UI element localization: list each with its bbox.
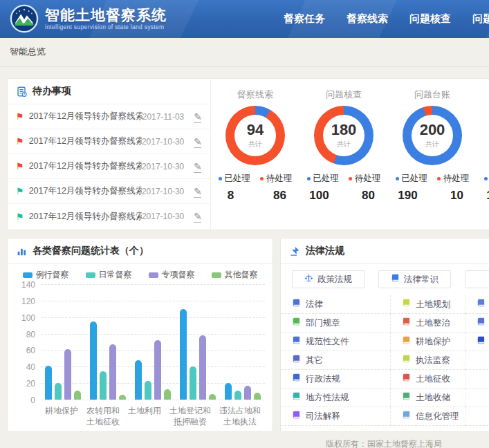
todo-item-date: 2017-10-30: [142, 137, 184, 147]
bar[interactable]: [244, 386, 251, 400]
bar[interactable]: [90, 321, 97, 400]
donut-ring: 94共计: [225, 106, 285, 165]
law-link-label: 土地收储: [416, 392, 450, 404]
donut-chart-title: 督察任务: [477, 88, 489, 101]
law-link[interactable]: 地方性法规: [281, 389, 391, 407]
legend-dot-icon: [484, 177, 488, 180]
law-tab-label: 法律常识: [404, 274, 439, 286]
bar[interactable]: [180, 309, 187, 400]
law-link[interactable]: [465, 333, 489, 351]
law-tab[interactable]: 政策法规: [292, 270, 365, 288]
book-icon: [402, 411, 411, 422]
edit-icon[interactable]: ✎: [194, 212, 202, 221]
bar[interactable]: [119, 395, 126, 400]
bar[interactable]: [254, 393, 261, 400]
bar[interactable]: [109, 344, 116, 400]
law-link[interactable]: 土地收储: [391, 389, 465, 407]
law-link[interactable]: 执法监察: [391, 351, 465, 370]
x-axis-label: 土地登记和 抵押融资: [169, 405, 211, 427]
law-link-label: 土地整治: [416, 317, 450, 329]
edit-icon[interactable]: ✎: [194, 112, 202, 122]
bar[interactable]: [209, 394, 216, 400]
law-link[interactable]: 其它: [281, 351, 391, 370]
legend-dot-icon: [437, 177, 441, 180]
law-link[interactable]: 部门规章: [281, 314, 391, 333]
bar[interactable]: [164, 389, 171, 400]
nav-item[interactable]: 督察线索: [347, 12, 388, 26]
law-link: [465, 407, 489, 426]
gridline: 0: [41, 400, 265, 400]
bar[interactable]: [225, 383, 232, 400]
todo-item-text: 2017年12月领导转办督察线索: [29, 160, 142, 172]
donut-value: 86: [260, 189, 299, 203]
book-icon: [402, 373, 411, 384]
donut-chart-title: 问题台账: [388, 88, 477, 101]
bar[interactable]: [190, 366, 196, 400]
law-link[interactable]: 法律: [281, 295, 391, 314]
flag-icon: ⚑: [16, 212, 24, 221]
law-link[interactable]: 耕地保护: [391, 333, 465, 351]
book-icon: [402, 299, 411, 310]
book-icon: [292, 317, 301, 328]
law-tab-label: 政策法规: [317, 274, 352, 286]
todo-item: ⚑2017年12月领导转办督察线索2017-10-30✎: [8, 129, 210, 154]
law-link[interactable]: 土地整治: [391, 314, 465, 333]
legend-item: 已处理: [307, 173, 340, 185]
flag-icon: ⚑: [16, 137, 24, 146]
bar[interactable]: [135, 360, 142, 400]
bar[interactable]: [145, 381, 151, 400]
donut-legend: 已处理待处理: [388, 173, 477, 185]
law-tab[interactable]: [465, 270, 489, 288]
donut-chart: 问题核查180共计已处理待处理10080: [299, 79, 388, 230]
footer-copyright: 版权所有：国家土地督察上海局: [280, 438, 488, 448]
nav-item[interactable]: 问题核查: [409, 12, 451, 26]
scale-icon: [304, 274, 313, 285]
overview-card: 待办事项 ⚑2017年12月领导转办督察线索2017-11-03✎⚑2017年1…: [7, 78, 489, 230]
bar[interactable]: [100, 371, 107, 400]
nav-item[interactable]: 问题台账: [472, 12, 489, 26]
law-link-label: 规范性文件: [306, 336, 349, 348]
donut-legend: 已处理待处理: [211, 173, 299, 185]
bar-chart-xlabels: 耕地保护农转用和 土地征收土地利用土地登记和 抵押融资违法占地和 土地执法: [41, 405, 265, 427]
legend-label: 例行督察: [36, 269, 69, 281]
donut-values: 19010: [388, 189, 477, 203]
law-link[interactable]: 土地规划: [391, 295, 465, 314]
donut-value: 8: [211, 189, 250, 203]
legend-item: 待处理: [349, 173, 381, 185]
bar[interactable]: [55, 383, 62, 400]
donut-value: 190: [388, 189, 427, 203]
law-tab[interactable]: 法律常识: [378, 270, 451, 288]
bar[interactable]: [74, 391, 81, 400]
flag-icon: ⚑: [16, 187, 24, 196]
law-link[interactable]: 司法解释: [281, 407, 391, 426]
legend-label: 其他督察: [225, 269, 258, 281]
donut-ring: 200共计: [403, 106, 462, 165]
bar[interactable]: [64, 349, 71, 400]
law-link-label: 部门规章: [306, 317, 340, 329]
todo-item-date: 2017-11-03: [142, 112, 185, 122]
bar[interactable]: [154, 340, 161, 400]
edit-icon[interactable]: ✎: [194, 162, 202, 171]
law-link[interactable]: 信息化管理: [391, 407, 465, 426]
law-link[interactable]: 规范性文件: [281, 333, 391, 351]
book-icon: [402, 317, 411, 328]
bar[interactable]: [199, 335, 206, 400]
flag-icon: ⚑: [16, 112, 24, 121]
bar[interactable]: [234, 391, 241, 400]
main-nav: 督察任务督察线索问题核查问题台账: [284, 0, 489, 38]
edit-icon[interactable]: ✎: [194, 187, 202, 196]
donut-value: 10: [437, 189, 477, 203]
edit-icon[interactable]: ✎: [194, 137, 202, 147]
bar[interactable]: [45, 366, 52, 400]
law-link[interactable]: [465, 314, 489, 333]
nav-item[interactable]: 督察任务: [284, 12, 325, 26]
legend-item: 已处理: [219, 173, 251, 185]
bar-chart-icon: [17, 246, 27, 256]
bar-chart-bars: [41, 284, 265, 400]
donut-chart: 问题台账200共计已处理待处理19010: [388, 79, 477, 230]
donut-chart: 督察任务共计已处理待处理175: [477, 79, 489, 230]
law-link[interactable]: 土地征收: [391, 370, 465, 389]
law-link[interactable]: [465, 295, 489, 314]
law-link[interactable]: 行政法规: [281, 370, 391, 389]
flag-icon: ⚑: [16, 162, 24, 171]
